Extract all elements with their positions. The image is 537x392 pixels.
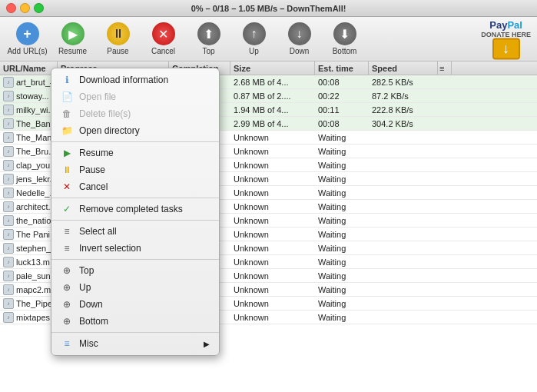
top-label: Top	[79, 265, 94, 276]
download-info-icon: ℹ	[61, 74, 73, 86]
file-name-cell: ♪The_Ban...	[0, 117, 58, 130]
file-name-cell: ♪pale_sun...	[0, 269, 58, 282]
window-title: 0% – 0/18 – 1.05 MB/s – DownThemAll!	[191, 4, 346, 13]
select-all-label: Select all	[79, 226, 117, 237]
esttime-cell: Waiting	[315, 214, 369, 227]
file-name-cell: ♪stoway...	[0, 89, 58, 102]
speed-cell	[369, 158, 438, 171]
size-cell: Unknown	[230, 200, 315, 213]
close-button[interactable]	[6, 3, 16, 13]
file-icon: ♪	[3, 132, 14, 143]
size-cell: Unknown	[230, 283, 315, 296]
open-directory-icon: 📁	[61, 125, 73, 137]
down-button[interactable]: ↓ Down	[278, 20, 320, 58]
invert-selection-label: Invert selection	[79, 243, 141, 254]
size-cell: Unknown	[230, 311, 315, 324]
size-cell: Unknown	[230, 228, 315, 241]
context-menu-separator	[51, 332, 219, 333]
file-name: The_Bru...	[16, 147, 55, 156]
speed-cell	[369, 131, 438, 144]
context-menu-item-remove-completed[interactable]: ✓Remove completed tasks	[51, 201, 219, 218]
esttime-cell: Waiting	[315, 158, 369, 171]
speed-cell: 87.2 KB/s	[369, 89, 438, 102]
remove-completed-icon: ✓	[61, 203, 73, 215]
speed-cell	[369, 214, 438, 227]
open-directory-label: Open directory	[79, 125, 140, 136]
traffic-lights	[6, 3, 44, 13]
paypal-donate-area[interactable]: PayPal DONATE HERE ↓	[481, 18, 531, 59]
file-icon: ♪	[3, 257, 14, 267]
file-icon: ♪	[3, 229, 14, 240]
submenu-arrow-icon: ▶	[204, 340, 210, 348]
up-icon: ↑	[243, 22, 266, 45]
maximize-button[interactable]	[34, 3, 44, 13]
file-name-cell: ♪The_Pipe...	[0, 297, 58, 310]
add-urls-label: Add URL(s)	[7, 47, 47, 55]
pause-label: Pause	[107, 47, 128, 55]
context-menu-item-resume[interactable]: ▶Resume	[51, 145, 219, 161]
toolbar: + Add URL(s) ▶ Resume ⏸ Pause ✕ Cancel ⬆…	[0, 17, 537, 61]
top-icon: ⬆	[197, 22, 220, 45]
context-menu-item-download-info[interactable]: ℹDownload information	[51, 71, 219, 88]
cancel-button[interactable]: ✕ Cancel	[142, 20, 184, 58]
context-menu-item-select-all[interactable]: ≡Select all	[51, 223, 219, 240]
file-icon: ♪	[3, 243, 14, 254]
file-name-cell: ♪milky_wi...	[0, 103, 58, 116]
file-icon: ♪	[3, 105, 14, 115]
esttime-cell: Waiting	[315, 131, 369, 144]
down-icon: ⊕	[61, 298, 73, 311]
context-menu-item-open-directory[interactable]: 📁Open directory	[51, 122, 219, 139]
speed-cell	[369, 228, 438, 241]
speed-cell: 222.8 KB/s	[369, 103, 438, 116]
bottom-icon: ⊕	[61, 315, 73, 327]
up-button[interactable]: ↑ Up	[233, 20, 275, 58]
size-cell: Unknown	[230, 172, 315, 185]
speed-cell	[369, 297, 438, 310]
size-cell: 1.94 MB of 4...	[230, 103, 315, 116]
file-name-cell: ♪The Pani...	[0, 228, 58, 241]
speed-cell	[369, 283, 438, 296]
size-cell: Unknown	[230, 269, 315, 282]
context-menu-item-up[interactable]: ⊕Up	[51, 279, 219, 296]
add-icon: +	[16, 22, 39, 45]
file-icon: ♪	[3, 201, 14, 212]
title-bar: 0% – 0/18 – 1.05 MB/s – DownThemAll!	[0, 0, 537, 17]
file-name-cell: ♪luck13.m...	[0, 255, 58, 268]
file-name-cell: ♪Nedelle_...	[0, 186, 58, 199]
pause-label: Pause	[79, 164, 105, 175]
file-name-cell: ♪clap_you...	[0, 158, 58, 171]
context-menu-item-cancel[interactable]: ✕Cancel	[51, 178, 219, 195]
bottom-icon: ⬇	[333, 22, 356, 45]
esttime-cell: Waiting	[315, 241, 369, 254]
cancel-icon: ✕	[152, 22, 175, 45]
pause-button[interactable]: ⏸ Pause	[97, 20, 139, 58]
resume-button[interactable]: ▶ Resume	[51, 20, 94, 58]
minimize-button[interactable]	[20, 3, 30, 13]
size-cell: Unknown	[230, 158, 315, 171]
bottom-button[interactable]: ⬇ Bottom	[323, 20, 366, 58]
file-name-cell: ♪mixtapes...	[0, 311, 58, 324]
up-icon: ⊕	[61, 281, 73, 294]
context-menu-item-down[interactable]: ⊕Down	[51, 296, 219, 313]
file-icon: ♪	[3, 284, 14, 295]
context-menu-separator	[51, 198, 219, 198]
context-menu-item-bottom[interactable]: ⊕Bottom	[51, 313, 219, 330]
context-menu-item-invert-selection[interactable]: ≡Invert selection	[51, 240, 219, 257]
file-name: stoway...	[16, 91, 49, 101]
file-icon: ♪	[3, 174, 14, 184]
add-urls-button[interactable]: + Add URL(s)	[6, 20, 48, 58]
context-menu-separator	[51, 220, 219, 221]
speed-cell	[369, 172, 438, 185]
open-file-icon: 📄	[61, 91, 73, 103]
delete-files-icon: 🗑	[61, 108, 73, 120]
file-name-cell: ♪The_Bru...	[0, 145, 58, 158]
speed-cell	[369, 145, 438, 158]
speed-cell: 304.2 KB/s	[369, 117, 438, 130]
context-menu-item-top[interactable]: ⊕Top	[51, 262, 219, 279]
context-menu-item-pause[interactable]: ⏸Pause	[51, 161, 219, 178]
size-cell: Unknown	[230, 297, 315, 310]
size-cell: 2.99 MB of 4...	[230, 117, 315, 130]
cancel-label: Cancel	[79, 181, 108, 192]
top-button[interactable]: ⬆ Top	[187, 20, 230, 58]
context-menu-item-misc[interactable]: ≡Misc▶	[51, 335, 219, 352]
